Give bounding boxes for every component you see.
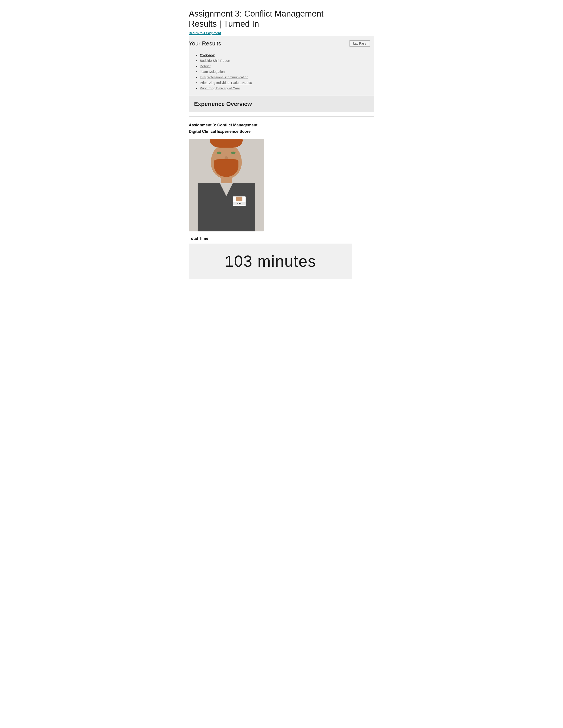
results-header-row: Your Results Lab Pass [189, 36, 374, 51]
nav-item-interprofessional[interactable]: Interprofessional Communication [200, 75, 370, 79]
nav-item-prioritizing-delivery-label[interactable]: Prioritizing Delivery of Care [200, 86, 240, 90]
experience-overview-bar: Experience Overview [189, 96, 374, 112]
your-results-heading: Your Results [189, 39, 221, 47]
time-value: 103 minutes [225, 252, 316, 270]
avatar-vneck [220, 183, 233, 196]
avatar-container: LPN [189, 139, 264, 231]
nav-item-debrief[interactable]: Debrief [200, 64, 370, 68]
badge-photo [236, 197, 242, 201]
page-title: Assignment 3: Conflict Management Result… [189, 9, 374, 29]
divider [189, 116, 374, 117]
main-content: Assignment 3: Conflict Management Digita… [189, 120, 374, 281]
avatar-hair-top [210, 139, 242, 148]
time-display-box: 103 minutes [189, 244, 352, 279]
nav-item-team-delegation-label[interactable]: Team Delegation [200, 70, 225, 73]
nav-item-overview[interactable]: Overview [200, 53, 370, 57]
dce-score-label: Digital Clinical Experience Score [189, 129, 374, 134]
lab-pass-button[interactable]: Lab Pass [350, 40, 370, 47]
badge-lpn-text: LPN [233, 202, 245, 205]
assignment-section-label: Assignment 3: Conflict Management [189, 122, 374, 128]
nav-item-interprofessional-label[interactable]: Interprofessional Communication [200, 75, 248, 79]
nav-item-prioritizing-delivery[interactable]: Prioritizing Delivery of Care [200, 86, 370, 90]
return-to-assignment-link[interactable]: Return to Assignment [189, 31, 221, 36]
nav-list: Overview Bedside Shift Report Debrief Te… [197, 53, 370, 90]
nav-item-prioritizing-individual[interactable]: Prioritizing Individual Patient Needs [200, 80, 370, 85]
nav-item-bedside-label[interactable]: Bedside Shift Report [200, 59, 230, 62]
page-title-line2: Results | Turned In [189, 19, 259, 28]
nav-item-bedside[interactable]: Bedside Shift Report [200, 58, 370, 63]
experience-overview-title: Experience Overview [194, 100, 369, 108]
avatar-scrubs-body: LPN [197, 183, 255, 231]
avatar-figure: LPN [189, 139, 264, 231]
nav-item-overview-label[interactable]: Overview [200, 53, 214, 57]
total-time-label: Total Time [189, 236, 374, 241]
nav-item-prioritizing-individual-label[interactable]: Prioritizing Individual Patient Needs [200, 81, 252, 84]
nav-section: Overview Bedside Shift Report Debrief Te… [189, 51, 374, 96]
page-wrapper: Assignment 3: Conflict Management Result… [182, 0, 381, 295]
avatar-badge: LPN [233, 196, 246, 206]
nav-item-debrief-label[interactable]: Debrief [200, 64, 210, 68]
nav-item-team-delegation[interactable]: Team Delegation [200, 69, 370, 74]
page-title-line1: Assignment 3: Conflict Management [189, 9, 324, 18]
